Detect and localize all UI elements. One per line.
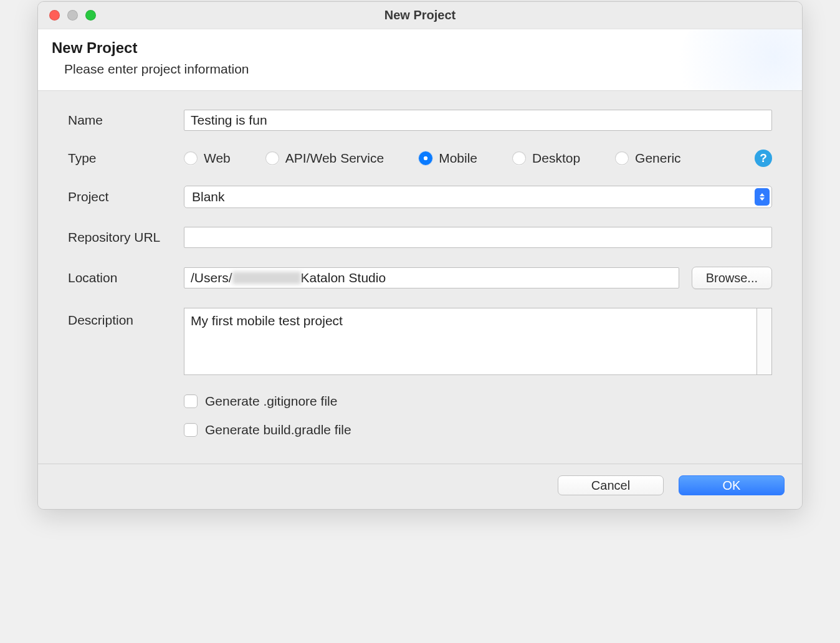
type-radio-mobile[interactable]: Mobile	[419, 151, 477, 166]
location-label: Location	[68, 270, 184, 285]
location-row: Location /Users/Katalon Studio Browse...	[68, 267, 772, 289]
project-select-value: Blank	[184, 186, 772, 208]
help-icon[interactable]: ?	[755, 150, 772, 167]
project-select[interactable]: Blank	[184, 186, 772, 208]
checkbox-label: Generate .gitignore file	[205, 394, 337, 409]
ok-button[interactable]: OK	[679, 475, 785, 495]
name-input[interactable]	[184, 110, 772, 131]
scrollbar[interactable]	[757, 308, 772, 375]
project-row: Project Blank	[68, 186, 772, 208]
chevron-up-down-icon	[755, 188, 770, 206]
repository-url-input[interactable]	[184, 227, 772, 248]
dialog-footer: Cancel OK	[38, 464, 802, 509]
checkbox-icon	[184, 423, 198, 437]
checkbox-label: Generate build.gradle file	[205, 422, 351, 437]
generate-gradle-checkbox[interactable]: Generate build.gradle file	[184, 422, 351, 437]
close-window-icon[interactable]	[49, 10, 60, 21]
browse-button[interactable]: Browse...	[692, 267, 772, 289]
banner-decoration	[677, 29, 802, 91]
type-radio-group: Web API/Web Service Mobile Desktop Gener…	[184, 150, 772, 167]
gitignore-row: Generate .gitignore file	[68, 394, 772, 409]
minimize-window-icon[interactable]	[67, 10, 78, 21]
radio-label: Desktop	[532, 151, 580, 166]
type-row: Type Web API/Web Service Mobile Desktop	[68, 150, 772, 167]
cancel-button[interactable]: Cancel	[558, 475, 664, 495]
radio-icon	[265, 151, 279, 165]
titlebar: New Project	[38, 2, 802, 29]
project-label: Project	[68, 189, 184, 204]
type-label: Type	[68, 151, 184, 166]
radio-icon	[184, 151, 198, 165]
location-input[interactable]: /Users/Katalon Studio	[184, 267, 679, 288]
checkbox-icon	[184, 394, 198, 408]
generate-gitignore-checkbox[interactable]: Generate .gitignore file	[184, 394, 337, 409]
description-label: Description	[68, 313, 184, 328]
type-radio-desktop[interactable]: Desktop	[512, 151, 580, 166]
radio-icon	[512, 151, 526, 165]
banner-heading: New Project	[52, 39, 788, 57]
dialog-banner: New Project Please enter project informa…	[38, 29, 802, 91]
radio-icon	[615, 151, 629, 165]
repository-url-row: Repository URL	[68, 227, 772, 248]
maximize-window-icon[interactable]	[85, 10, 96, 21]
radio-icon-selected	[419, 151, 432, 165]
new-project-dialog: New Project New Project Please enter pro…	[37, 1, 803, 510]
description-input[interactable]	[184, 308, 757, 375]
redacted-username	[232, 272, 301, 284]
type-radio-web[interactable]: Web	[184, 151, 231, 166]
location-prefix: /Users/	[191, 270, 232, 285]
name-label: Name	[68, 113, 184, 128]
repository-url-label: Repository URL	[68, 230, 184, 245]
name-row: Name	[68, 110, 772, 131]
type-radio-api[interactable]: API/Web Service	[265, 151, 384, 166]
radio-label: API/Web Service	[285, 151, 384, 166]
window-title: New Project	[38, 8, 802, 22]
radio-label: Web	[204, 151, 231, 166]
gradle-row: Generate build.gradle file	[68, 422, 772, 437]
description-wrap	[184, 308, 772, 375]
location-suffix: Katalon Studio	[301, 270, 386, 285]
type-radio-generic[interactable]: Generic	[615, 151, 681, 166]
window-controls	[38, 10, 96, 21]
form-area: Name Type Web API/Web Service Mobile	[38, 91, 802, 464]
radio-label: Mobile	[439, 151, 477, 166]
radio-label: Generic	[635, 151, 681, 166]
description-row: Description	[68, 308, 772, 375]
